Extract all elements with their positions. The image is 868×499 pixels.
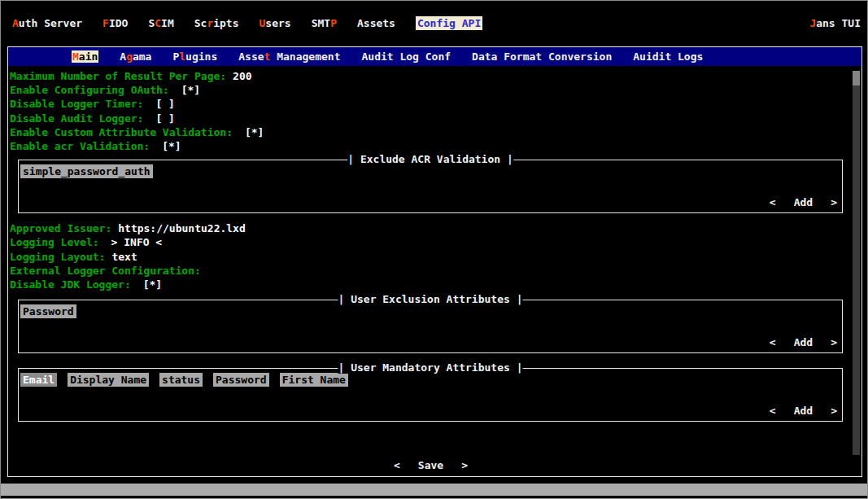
tab-audit-logs[interactable]: Auidit Logs <box>633 50 703 63</box>
list-item[interactable]: Email <box>20 373 57 387</box>
tab-hotkey: M <box>72 50 79 63</box>
tab-label: Data Format Conversion <box>472 50 612 63</box>
menu-item-users[interactable]: Users <box>260 17 291 29</box>
scrollbar-thumb[interactable] <box>853 71 860 85</box>
menu-item-auth-server[interactable]: Auth Server <box>12 17 82 29</box>
tab-label: ama <box>133 50 151 63</box>
field-enable-custom-attr-validation: Enable Custom Attribute Validation: [*] <box>10 125 852 139</box>
tab-label: A <box>120 50 126 63</box>
save-button-label: Save <box>418 459 443 471</box>
enable-acr-validation-checkbox[interactable]: [*] <box>162 139 181 153</box>
button-bracket-left: < <box>770 196 776 208</box>
tab-label: Auidit Logs <box>633 50 703 63</box>
field-label: Disable JDK Logger: <box>10 278 131 291</box>
menu-label: ans TUI <box>816 17 861 29</box>
button-bracket-right: > <box>831 196 837 208</box>
app-title-jans-tui: Jans TUI <box>809 17 861 29</box>
exclude-acr-validation-box: | Exclude ACR Validation | simple_passwo… <box>18 160 843 213</box>
tab-plugins[interactable]: Plugins <box>172 50 217 63</box>
button-bracket-left: < <box>770 405 776 417</box>
field-label: Enable Configuring OAuth: <box>10 83 169 97</box>
exclude-acr-validation-title: | Exclude ACR Validation | <box>347 153 513 165</box>
list-item[interactable]: Password <box>20 304 76 318</box>
status-bar <box>1 484 867 496</box>
menu-hotkey: P <box>330 17 337 29</box>
field-label: Logging Level: <box>10 235 99 249</box>
menu-label: IM <box>161 17 174 29</box>
field-logging-layout: Logging Layout: text <box>10 250 852 264</box>
form-content: Maximum Number of Result Per Page: 200 E… <box>8 66 861 471</box>
approved-issuer-input[interactable]: https://ubuntu22.lxd <box>118 221 246 235</box>
config-api-panel: Main Agama Plugins Asset Management Audi… <box>7 46 862 477</box>
menu-label: Sc <box>194 17 207 29</box>
tab-agama[interactable]: Agama <box>120 50 151 63</box>
user-mandatory-add-button[interactable]: <Add> <box>770 405 837 417</box>
list-item[interactable]: First Name <box>280 373 348 387</box>
field-label: External Logger Configuration: <box>10 264 201 278</box>
user-exclusion-attributes-title: | User Exclusion Attributes | <box>338 293 523 305</box>
field-logging-level: Logging Level: > INFO < <box>10 235 852 249</box>
disable-audit-logger-checkbox[interactable]: [ ] <box>155 112 174 125</box>
exclude-acr-add-button[interactable]: <Add> <box>770 196 837 208</box>
button-bracket-right: > <box>831 336 837 348</box>
tab-hotkey: g <box>126 50 133 63</box>
tab-label: ain <box>79 50 98 63</box>
add-button-label: Add <box>794 336 813 348</box>
menu-hotkey: A <box>12 17 19 29</box>
disable-jdk-logger-checkbox[interactable]: [*] <box>143 278 162 291</box>
field-disable-audit-logger: Disable Audit Logger: [ ] <box>10 112 852 125</box>
max-results-input[interactable]: 200 <box>233 69 251 83</box>
field-label: Enable Custom Attribute Validation: <box>10 125 233 139</box>
vertical-scrollbar[interactable] <box>853 71 860 455</box>
list-item[interactable]: simple_password_auth <box>20 164 153 178</box>
field-disable-jdk-logger: Disable JDK Logger: [*] <box>10 278 852 291</box>
menu-hotkey: F <box>103 17 109 29</box>
tab-label: Audit Log Conf <box>361 50 451 63</box>
field-enable-oauth: Enable Configuring OAuth: [*] <box>10 83 852 97</box>
tab-label: Management <box>270 50 340 63</box>
user-mandatory-attributes-title: | User Mandatory Attributes | <box>338 361 523 374</box>
list-item[interactable]: Password <box>213 373 269 387</box>
menu-item-fido[interactable]: FIDO <box>103 17 128 29</box>
list-item[interactable]: Display Name <box>68 373 149 387</box>
menu-label: SMT <box>312 17 330 29</box>
menu-item-smtp[interactable]: SMTP <box>312 17 337 29</box>
logging-level-spinner[interactable]: > INFO < <box>111 235 163 249</box>
menu-label: IDO <box>109 17 128 29</box>
save-button[interactable]: <Save> <box>10 459 852 471</box>
top-menu-bar: Auth Server FIDO SCIM Scripts Users SMTP… <box>1 1 867 46</box>
enable-oauth-checkbox[interactable]: [*] <box>181 83 200 97</box>
field-enable-acr-validation: Enable acr Validation: [*] <box>10 139 852 153</box>
menu-hotkey: C <box>155 17 161 29</box>
tab-main[interactable]: Main <box>72 50 98 63</box>
menu-item-scim[interactable]: SCIM <box>148 17 173 29</box>
menu-label: sers <box>265 17 290 29</box>
tab-hotkey: l <box>179 50 185 63</box>
menu-label: ipts <box>213 17 238 29</box>
user-mandatory-attributes-box: | User Mandatory Attributes | Email Disp… <box>18 368 843 422</box>
disable-logger-timer-checkbox[interactable]: [ ] <box>155 97 174 111</box>
tab-data-format-conversion[interactable]: Data Format Conversion <box>472 50 612 63</box>
menu-item-config-api-selected[interactable]: Config API <box>416 16 482 30</box>
tab-label: Asse <box>238 50 264 63</box>
user-exclusion-add-button[interactable]: <Add> <box>770 336 837 348</box>
menu-label: uth Server <box>19 17 82 29</box>
tab-asset-management[interactable]: Asset Management <box>238 50 340 63</box>
add-button-label: Add <box>794 405 813 417</box>
logging-layout-input[interactable]: text <box>111 250 137 264</box>
button-bracket-right: > <box>461 459 468 471</box>
field-label: Maximum Number of Result Per Page: <box>10 69 226 83</box>
field-disable-logger-timer: Disable Logger Timer: [ ] <box>10 97 852 111</box>
menu-label: Config API <box>417 17 481 29</box>
user-exclusion-attributes-box: | User Exclusion Attributes | Password <… <box>18 300 843 353</box>
menu-item-assets[interactable]: Assets <box>357 17 395 29</box>
config-api-tab-bar: Main Agama Plugins Asset Management Audi… <box>8 47 861 66</box>
tab-audit-log-conf[interactable]: Audit Log Conf <box>361 50 451 63</box>
menu-item-scripts[interactable]: Scripts <box>194 17 239 29</box>
field-label: Disable Logger Timer: <box>10 97 143 111</box>
tab-label: ugins <box>185 50 217 63</box>
add-button-label: Add <box>794 196 813 208</box>
field-label: Logging Layout: <box>10 250 105 264</box>
enable-custom-attr-validation-checkbox[interactable]: [*] <box>245 125 264 139</box>
list-item[interactable]: status <box>159 373 203 387</box>
